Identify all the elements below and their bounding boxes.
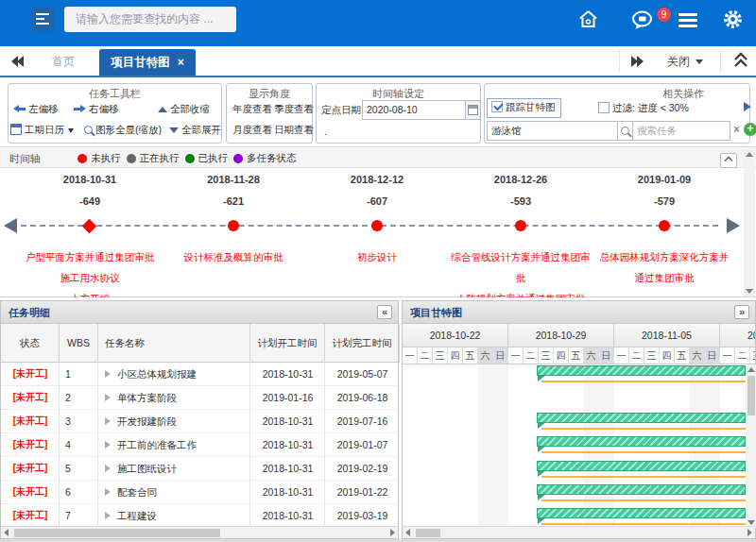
sidebar-toggle-button[interactable] xyxy=(31,8,54,31)
tab-home[interactable]: 首页 xyxy=(52,54,75,70)
tabs-scroll-right-icon[interactable] xyxy=(631,55,648,68)
date-picker-button[interactable] xyxy=(465,100,481,120)
weekend-stripe xyxy=(478,364,508,528)
milestone-marker[interactable] xyxy=(515,220,526,231)
task-detail-title: 任务明细 xyxy=(9,306,50,320)
task-grid-hscrollbar[interactable] xyxy=(1,526,398,538)
expand-task-icon[interactable] xyxy=(105,394,111,401)
month-view-button[interactable]: 月度查看 xyxy=(232,124,272,137)
expand-task-icon[interactable] xyxy=(105,512,111,519)
gantt-bar[interactable] xyxy=(537,461,746,471)
milestone-offset: -593 xyxy=(464,195,577,207)
gantt-day-label: 四 xyxy=(554,347,569,364)
milestone-labels: 户型平面方案并通过集团审批施工用水协议土方开挖 xyxy=(14,246,165,297)
global-search-input[interactable]: 请输入您需要查找的内容 ... xyxy=(64,7,236,32)
task-row[interactable]: [未开工]3开发报建阶段2018-10-312019-07-16 xyxy=(1,410,398,433)
legend-dot-icon xyxy=(127,154,136,163)
zoom-fit-button[interactable]: 图形全显(缩放) xyxy=(84,124,162,137)
task-row[interactable]: [未开工]6配套合同2018-10-312019-01-22 xyxy=(1,481,398,504)
filter-progress-checkbox[interactable]: 过滤: 进度 < 30% xyxy=(598,102,689,115)
gantt-bar[interactable] xyxy=(537,484,746,495)
calendar-button[interactable]: 工期日历 xyxy=(10,124,74,137)
gantt-day-label: 一 xyxy=(508,347,524,364)
gantt-bar[interactable] xyxy=(537,508,746,518)
expand-task-icon[interactable] xyxy=(105,441,111,449)
milestone-marker[interactable] xyxy=(228,220,239,231)
task-row[interactable]: [未开工]2单体方案阶段2019-01-162019-06-18 xyxy=(1,386,398,410)
task-end-date: 2019-06-18 xyxy=(325,386,398,410)
track-gantt-checkbox-icon xyxy=(491,101,503,112)
tabbar-accent-line xyxy=(0,76,756,77)
expand-task-icon[interactable] xyxy=(105,417,111,425)
collapse-left-panel-button[interactable]: « xyxy=(377,305,392,319)
milestone-marker[interactable] xyxy=(371,220,383,231)
expand-all-button[interactable]: 全部展开 xyxy=(169,124,221,137)
day-view-button[interactable]: 日期查看 xyxy=(274,124,314,137)
timeline-right-arrow-icon[interactable] xyxy=(727,218,740,233)
collapse-toolbar-icon[interactable] xyxy=(733,52,748,71)
task-start-date: 2018-10-31 xyxy=(250,363,325,386)
gantt-hscrollbar[interactable] xyxy=(403,526,755,538)
add-icon[interactable]: + xyxy=(744,123,756,136)
keyword-search-button[interactable] xyxy=(617,121,633,141)
milestone-labels: 综合管线设计方案并通过集团审批人防规划方案并通过集团审批 xyxy=(451,246,592,297)
milestone-label: 综合管线设计方案并通过集团审批 xyxy=(451,246,592,288)
task-row[interactable]: [未开工]7工程建设2018-10-312019-03-19 xyxy=(1,504,398,528)
expand-task-icon[interactable] xyxy=(105,370,111,378)
move-right-button[interactable]: 右偏移 xyxy=(74,103,118,116)
task-end-date: 2019-02-19 xyxy=(325,457,398,481)
timeline-vertical-scrollbar[interactable] xyxy=(744,149,755,296)
task-grid-column-header[interactable]: WBS xyxy=(60,324,98,363)
tab-project-gantt[interactable]: 项目甘特图× xyxy=(99,49,196,76)
task-detail-panel: 任务明细 « 状态WBS任务名称计划开工时间计划完工时间 [未开工]1小区总体规… xyxy=(0,300,399,539)
task-name: 配套合同 xyxy=(105,481,157,504)
expand-right-panel-button[interactable]: » xyxy=(734,305,749,319)
year-view-button[interactable]: 年度查看 xyxy=(232,103,272,116)
home-icon[interactable] xyxy=(578,9,598,31)
gantt-day-label: 五 xyxy=(569,347,584,364)
gantt-bar[interactable] xyxy=(537,436,746,447)
zoom-icon xyxy=(84,126,93,134)
calendar-icon xyxy=(10,124,22,135)
task-row[interactable]: [未开工]4开工前的准备工作2018-10-312019-01-07 xyxy=(1,433,398,457)
expand-task-icon[interactable] xyxy=(105,488,111,496)
close-menu-button[interactable]: 关闭 xyxy=(667,54,703,70)
gantt-vertical-scrollbar[interactable] xyxy=(746,364,756,528)
menu-icon[interactable] xyxy=(679,13,697,31)
ops-expand-arrow-icon[interactable] xyxy=(744,102,751,111)
tab-close-icon[interactable]: × xyxy=(178,56,184,69)
task-row[interactable]: [未开工]1小区总体规划报建2018-10-312019-05-07 xyxy=(1,363,398,386)
gantt-bar-baseline xyxy=(541,523,746,525)
milestone-marker[interactable] xyxy=(82,219,97,234)
task-start-date: 2019-01-16 xyxy=(250,386,325,410)
left-arrow-icon xyxy=(13,105,26,113)
task-wbs: 4 xyxy=(65,433,71,457)
task-wbs: 6 xyxy=(65,481,71,504)
task-end-date: 2019-03-19 xyxy=(325,504,398,528)
timeline-left-arrow-icon[interactable] xyxy=(4,218,17,233)
settings-gear-icon[interactable] xyxy=(722,8,744,32)
gantt-bar[interactable] xyxy=(537,413,746,423)
task-grid-column-header[interactable]: 计划开工时间 xyxy=(250,324,325,363)
task-detail-header: 任务明细 « xyxy=(1,301,398,324)
collapse-all-button[interactable]: 全部收缩 xyxy=(158,103,210,116)
task-search-input[interactable]: 搜索任务 xyxy=(632,121,730,141)
keyword-input[interactable]: 游泳馆 xyxy=(487,121,618,141)
clear-search-icon[interactable]: × xyxy=(733,123,740,136)
gantt-bar[interactable] xyxy=(537,365,746,376)
quarter-view-button[interactable]: 季度查看 xyxy=(274,103,314,116)
messages-icon[interactable] xyxy=(631,10,655,32)
milestone-marker[interactable] xyxy=(659,220,670,231)
timeline-collapse-button[interactable] xyxy=(720,153,737,168)
task-grid-column-header[interactable]: 计划完工时间 xyxy=(325,324,400,363)
track-gantt-checkbox[interactable]: 跟踪甘特图 xyxy=(487,98,561,118)
task-row[interactable]: [未开工]5施工图纸设计2018-10-312019-02-19 xyxy=(1,457,398,481)
gantt-day-label: 二 xyxy=(735,347,750,364)
task-grid-column-header[interactable]: 任务名称 xyxy=(98,324,250,363)
expand-task-icon[interactable] xyxy=(105,465,111,472)
tabs-scroll-left-icon[interactable] xyxy=(11,55,28,68)
task-grid-column-header[interactable]: 状态 xyxy=(1,324,60,363)
anchor-date-input[interactable]: 2020-08-10 xyxy=(362,100,466,120)
gantt-day-label: 三 xyxy=(644,347,660,364)
move-left-button[interactable]: 左偏移 xyxy=(13,103,58,116)
